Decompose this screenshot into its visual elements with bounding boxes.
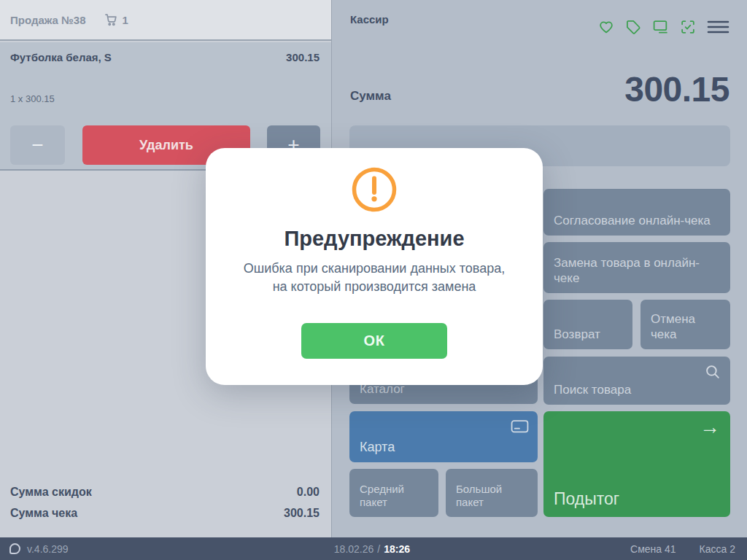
discount-total-row: Сумма скидок 0.00 (10, 486, 320, 499)
menu-button[interactable] (707, 19, 729, 35)
scan-check-icon (680, 19, 696, 35)
subtotal-button[interactable]: Подытог → (543, 411, 730, 517)
status-date: 18.02.26 (334, 543, 374, 555)
status-left: v.4.6.299 (0, 543, 69, 555)
cart-count: 1 (123, 14, 128, 26)
medium-bag-button[interactable]: Средний пакет (349, 469, 438, 517)
display-icon (652, 19, 669, 35)
sale-title: Продажа №38 (10, 14, 86, 26)
menu-icon (707, 19, 729, 35)
approve-online-receipt-button[interactable]: Согласование онлайн-чека (543, 189, 730, 236)
receipt-total-row: Сумма чека 300.15 (10, 507, 320, 520)
status-bar: v.4.6.299 18.02.26 / 18:26 Смена 41 Касс… (0, 537, 747, 560)
favorites-button[interactable] (598, 19, 614, 35)
status-right: Смена 41 Касса 2 (630, 543, 747, 555)
item-name: Футболка белая, S (10, 51, 112, 63)
cashier-label: Кассир (350, 13, 389, 26)
warning-icon (206, 166, 543, 214)
item-qty-line: 1 x 300.15 (10, 93, 55, 104)
ok-button[interactable]: ОК (301, 323, 447, 359)
status-time: 18:26 (384, 543, 410, 555)
cart-icon (104, 12, 118, 27)
sum-label: Сумма (350, 89, 391, 104)
sum-value: 300.15 (624, 69, 729, 109)
discounts-button[interactable] (625, 19, 641, 35)
dialog-message: Ошибка при сканировании данных товара, н… (206, 260, 543, 296)
sale-header: Продажа №38 1 (0, 0, 331, 41)
arrow-right-icon: → (700, 414, 720, 440)
dialog-message-line2: на который производится замена (206, 278, 543, 296)
scan-button[interactable] (680, 19, 696, 35)
card-button-label: Карта (360, 439, 395, 456)
dialog-title: Предупреждение (206, 227, 543, 251)
shift-label: Смена 41 (630, 543, 676, 555)
minus-icon: − (31, 135, 43, 155)
big-bag-button[interactable]: Большой пакет (446, 469, 538, 517)
refund-button[interactable]: Возврат (543, 300, 632, 349)
status-separator: / (377, 543, 380, 555)
decrease-qty-button[interactable]: − (10, 125, 65, 165)
register-label: Касса 2 (700, 543, 735, 555)
item-price: 300.15 (286, 51, 320, 63)
tag-icon (625, 19, 641, 35)
display-button[interactable] (652, 19, 669, 35)
cart-indicator: 1 (104, 12, 128, 27)
logo-mark (9, 543, 20, 554)
discount-label: Сумма скидок (10, 486, 92, 499)
warning-dialog: Предупреждение Ошибка при сканировании д… (206, 148, 543, 385)
receipt-total-label: Сумма чека (10, 507, 77, 520)
heart-icon (598, 19, 614, 35)
app-version: v.4.6.299 (27, 543, 69, 555)
quick-icons (598, 19, 729, 35)
card-icon (511, 419, 529, 434)
pos-app: Продажа №38 1 Футболка белая, S 300.15 1… (0, 0, 747, 560)
receipt-total-value: 300.15 (284, 507, 320, 520)
dialog-message-line1: Ошибка при сканировании данных товара, (206, 260, 543, 278)
cancel-receipt-button[interactable]: Отмена чека (640, 300, 730, 349)
search-product-button[interactable]: Поиск товара (543, 357, 730, 405)
replace-item-online-receipt-button[interactable]: Замена товара в онлайн-чеке (543, 242, 730, 293)
card-payment-button[interactable]: Карта (349, 411, 538, 462)
search-product-label: Поиск товара (554, 382, 631, 397)
search-icon (705, 364, 721, 381)
discount-value: 0.00 (297, 486, 320, 499)
status-datetime: 18.02.26 / 18:26 (334, 543, 410, 555)
subtotal-label: Подытог (554, 489, 619, 510)
